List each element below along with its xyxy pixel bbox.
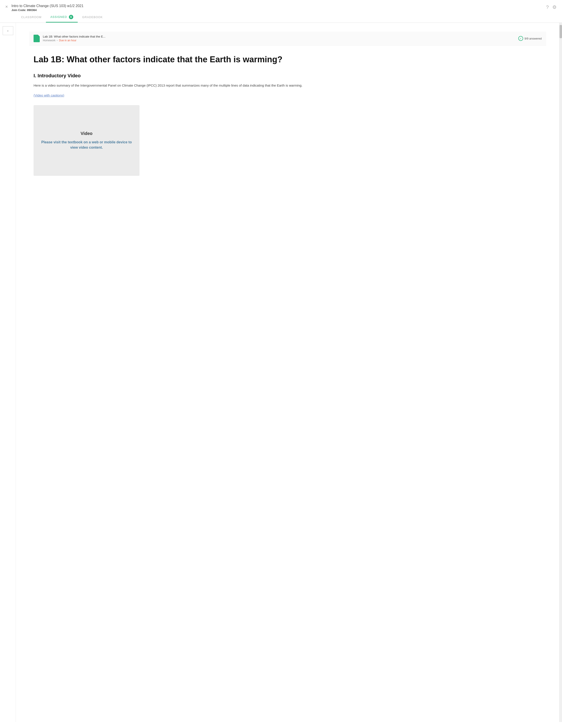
assignment-type: Homework bbox=[43, 39, 55, 42]
app-header: × Intro to Climate Change (SUS 103) w1/2… bbox=[0, 0, 562, 23]
due-label: Due in an hour bbox=[59, 39, 76, 42]
lab-content: Lab 1B: What other factors indicate that… bbox=[29, 45, 546, 176]
main-content: Lab 1B: What other factors indicate that… bbox=[16, 23, 559, 722]
assigned-count-badge: 6 bbox=[69, 15, 73, 19]
tab-assigned[interactable]: ASSIGNED 6 bbox=[46, 12, 78, 23]
answered-count: 9/9 answered bbox=[524, 37, 542, 40]
sidebar-panel: › bbox=[0, 23, 16, 722]
section-heading: I. Introductory Video bbox=[34, 73, 542, 79]
settings-button[interactable]: ⚙ bbox=[552, 5, 557, 10]
lab-title: Lab 1B: What other factors indicate that… bbox=[34, 54, 542, 65]
content-layout: › Lab 1B: What other factors indicate th… bbox=[0, 23, 562, 722]
assignment-item[interactable]: Lab 1B: What other factors indicate that… bbox=[29, 32, 546, 45]
assignment-title: Lab 1B: What other factors indicate that… bbox=[43, 35, 515, 38]
tab-bar: CLASSROOM ASSIGNED 6 GRADEBOOK bbox=[11, 12, 113, 23]
header-left: × Intro to Climate Change (SUS 103) w1/2… bbox=[5, 4, 112, 23]
tab-classroom[interactable]: CLASSROOM bbox=[17, 12, 46, 22]
join-code-label: Join Code: bbox=[11, 8, 26, 12]
meta-dot bbox=[57, 40, 58, 41]
scrollbar-track[interactable] bbox=[559, 23, 562, 722]
body-text: Here is a video summary of the Intergove… bbox=[34, 83, 542, 88]
assignment-meta: Homework Due in an hour bbox=[43, 39, 515, 42]
join-code-value: 890364 bbox=[27, 8, 36, 12]
course-title: Intro to Climate Change (SUS 103) w1/2 2… bbox=[11, 4, 113, 8]
join-code-area: Join Code: 890364 bbox=[11, 8, 113, 12]
help-button[interactable]: ? bbox=[546, 5, 549, 10]
answered-badge: ✓ 9/9 answered bbox=[518, 36, 542, 41]
header-actions: ? ⚙ bbox=[546, 5, 557, 10]
header-title-area: Intro to Climate Change (SUS 103) w1/2 2… bbox=[11, 4, 113, 23]
video-placeholder-text: Please visit the textbook on a web or mo… bbox=[40, 140, 133, 150]
main-area: Lab 1B: What other factors indicate that… bbox=[16, 23, 562, 722]
video-placeholder: Video Please visit the textbook on a web… bbox=[34, 105, 140, 176]
assignment-info: Lab 1B: What other factors indicate that… bbox=[43, 35, 515, 42]
tab-gradebook[interactable]: GRADEBOOK bbox=[78, 12, 107, 22]
sidebar-toggle-button[interactable]: › bbox=[3, 26, 13, 35]
assignment-icon bbox=[34, 35, 40, 42]
close-button[interactable]: × bbox=[5, 4, 8, 9]
video-captions-link[interactable]: (Video with captions) bbox=[34, 93, 64, 97]
video-placeholder-title: Video bbox=[81, 131, 93, 136]
scrollbar-thumb[interactable] bbox=[560, 25, 562, 38]
check-circle-icon: ✓ bbox=[518, 36, 523, 41]
